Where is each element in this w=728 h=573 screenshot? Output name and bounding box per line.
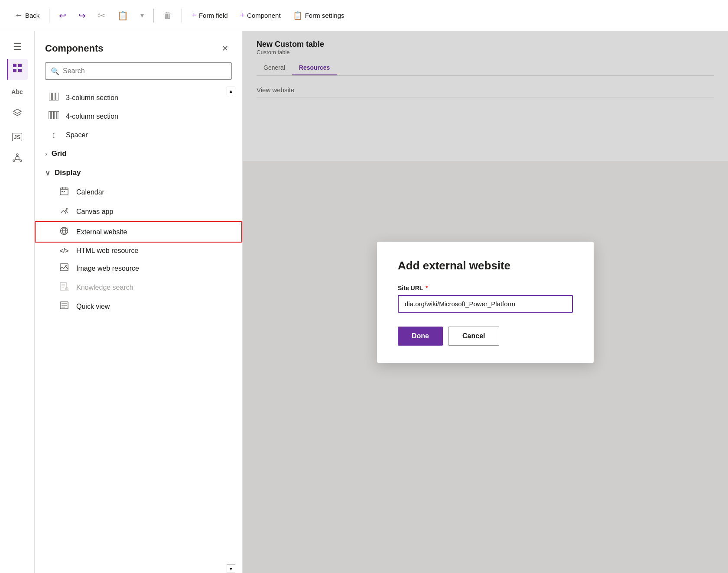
nav-layers-button[interactable] bbox=[7, 104, 28, 125]
network-icon bbox=[13, 153, 22, 165]
components-list: ▲ 3-column section bbox=[35, 87, 242, 573]
svg-point-8 bbox=[20, 160, 22, 162]
knowledge-search-label: Knowledge search bbox=[76, 284, 133, 291]
grid-chevron-icon: › bbox=[45, 150, 47, 157]
layers-icon bbox=[13, 108, 22, 120]
grid-section-header[interactable]: › Grid bbox=[35, 144, 242, 163]
svg-rect-1 bbox=[18, 64, 22, 67]
svg-rect-12 bbox=[49, 93, 52, 100]
svg-line-26 bbox=[65, 212, 66, 214]
panel-title: Components bbox=[45, 43, 103, 54]
svg-rect-15 bbox=[49, 111, 51, 119]
plus-icon-2: + bbox=[240, 11, 245, 20]
add-external-website-modal: Add external website Site URL * Done Can… bbox=[377, 242, 594, 363]
svg-point-6 bbox=[16, 154, 18, 155]
close-icon: ✕ bbox=[222, 44, 228, 53]
spacer-item[interactable]: ↕ Spacer bbox=[35, 126, 242, 144]
svg-point-33 bbox=[65, 265, 67, 266]
svg-rect-0 bbox=[13, 64, 16, 67]
back-arrow-icon: ← bbox=[15, 11, 23, 20]
html-web-resource-item[interactable]: </> HTML web resource bbox=[35, 243, 242, 259]
3-column-section-item[interactable]: 3-column section bbox=[35, 88, 242, 107]
delete-icon: 🗑 bbox=[163, 10, 172, 20]
toolbar-separator-2 bbox=[153, 9, 154, 23]
svg-point-25 bbox=[66, 208, 68, 210]
required-marker: * bbox=[426, 285, 428, 291]
scroll-up-button[interactable]: ▲ bbox=[227, 87, 235, 95]
quick-view-item[interactable]: Quick view bbox=[35, 297, 242, 316]
knowledge-search-item: Knowledge search bbox=[35, 278, 242, 297]
grid-section-label: Grid bbox=[52, 149, 67, 158]
svg-rect-2 bbox=[13, 69, 16, 72]
nav-grid-button[interactable] bbox=[7, 59, 28, 80]
svg-rect-16 bbox=[52, 111, 54, 119]
paste-icon: 📋 bbox=[117, 10, 128, 21]
site-url-label: Site URL * bbox=[398, 285, 573, 291]
svg-rect-24 bbox=[64, 191, 65, 192]
search-box[interactable]: 🔍 bbox=[45, 62, 232, 80]
form-settings-label: Form settings bbox=[305, 12, 344, 19]
cut-icon: ✂ bbox=[98, 10, 105, 21]
nav-network-button[interactable] bbox=[7, 149, 28, 170]
image-web-resource-item[interactable]: Image web resource bbox=[35, 259, 242, 278]
quick-view-label: Quick view bbox=[76, 303, 110, 311]
paste-button[interactable]: 📋 bbox=[113, 8, 133, 23]
plus-icon-1: + bbox=[192, 11, 196, 20]
main-area: ☰ Abc JS bbox=[0, 31, 728, 573]
svg-point-5 bbox=[16, 156, 19, 160]
scroll-down-button[interactable]: ▼ bbox=[227, 564, 235, 573]
svg-marker-4 bbox=[13, 109, 21, 113]
site-url-input[interactable] bbox=[398, 295, 573, 313]
image-web-resource-label: Image web resource bbox=[76, 265, 139, 272]
canvas-app-label: Canvas app bbox=[76, 208, 113, 216]
component-label: Component bbox=[247, 12, 281, 19]
form-settings-button[interactable]: 📋 Form settings bbox=[289, 8, 349, 23]
svg-point-38 bbox=[65, 288, 68, 290]
display-chevron-icon: ∨ bbox=[45, 169, 50, 177]
undo-icon: ↩ bbox=[59, 10, 66, 21]
svg-rect-32 bbox=[60, 264, 68, 271]
4-column-section-item[interactable]: 4-column section bbox=[35, 107, 242, 126]
calendar-icon bbox=[59, 187, 69, 197]
modal-buttons: Done Cancel bbox=[398, 327, 573, 346]
html-web-resource-icon: </> bbox=[59, 247, 69, 254]
4-column-icon bbox=[49, 111, 59, 121]
3-column-label: 3-column section bbox=[66, 94, 118, 102]
svg-rect-3 bbox=[18, 69, 22, 72]
svg-rect-13 bbox=[52, 93, 55, 100]
done-button[interactable]: Done bbox=[398, 327, 443, 346]
image-web-resource-icon bbox=[59, 263, 69, 273]
modal-title: Add external website bbox=[398, 259, 573, 272]
close-panel-button[interactable]: ✕ bbox=[218, 42, 232, 55]
spacer-icon: ↕ bbox=[49, 130, 59, 140]
search-input[interactable] bbox=[63, 67, 226, 75]
redo-button[interactable]: ↪ bbox=[74, 8, 90, 23]
nav-text-button[interactable]: Abc bbox=[7, 81, 28, 102]
grid-view-icon bbox=[13, 63, 22, 75]
canvas-app-item[interactable]: Canvas app bbox=[35, 202, 242, 221]
undo-button[interactable]: ↩ bbox=[55, 8, 71, 23]
form-area: New Custom table Custom table General Re… bbox=[243, 31, 728, 573]
calendar-label: Calendar bbox=[76, 188, 104, 196]
display-section-header[interactable]: ∨ Display bbox=[35, 163, 242, 182]
component-button[interactable]: + Component bbox=[236, 8, 285, 23]
dropdown-button[interactable]: ▾ bbox=[136, 9, 148, 22]
redo-icon: ↪ bbox=[78, 10, 86, 21]
nav-hamburger-button[interactable]: ☰ bbox=[7, 36, 28, 57]
back-button[interactable]: ← Back bbox=[10, 8, 44, 23]
svg-rect-18 bbox=[57, 111, 59, 119]
calendar-item[interactable]: Calendar bbox=[35, 182, 242, 202]
cut-button[interactable]: ✂ bbox=[94, 8, 110, 23]
delete-button[interactable]: 🗑 bbox=[159, 8, 176, 23]
external-website-item[interactable]: External website bbox=[35, 221, 242, 243]
svg-line-11 bbox=[19, 159, 20, 160]
knowledge-search-icon bbox=[59, 282, 69, 293]
external-website-icon bbox=[59, 227, 69, 237]
svg-rect-14 bbox=[56, 93, 58, 100]
3-column-icon bbox=[49, 93, 59, 103]
form-field-label: Form field bbox=[199, 12, 228, 19]
form-field-button[interactable]: + Form field bbox=[187, 8, 232, 23]
cancel-button[interactable]: Cancel bbox=[448, 327, 499, 346]
toolbar: ← Back ↩ ↪ ✂ 📋 ▾ 🗑 + Form field + Compon… bbox=[0, 0, 728, 31]
nav-js-button[interactable]: JS bbox=[7, 126, 28, 147]
